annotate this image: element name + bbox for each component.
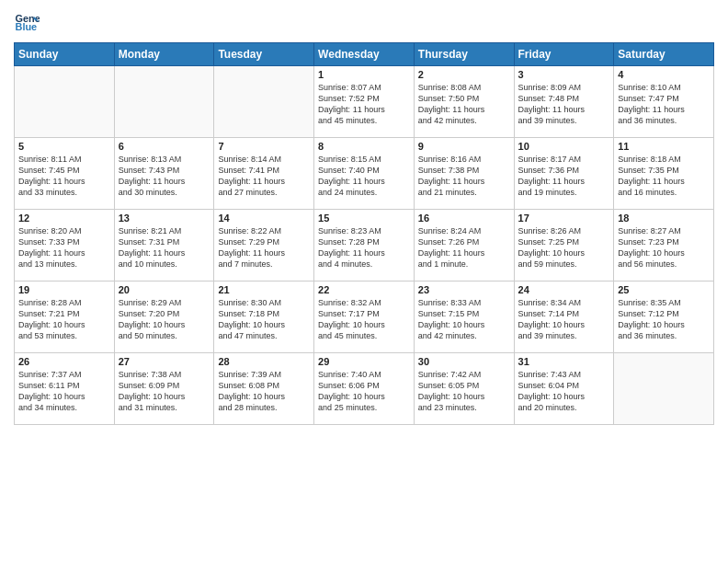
day-info: Sunrise: 8:22 AM Sunset: 7:29 PM Dayligh… bbox=[218, 225, 310, 270]
day-info: Sunrise: 8:07 AM Sunset: 7:52 PM Dayligh… bbox=[318, 82, 410, 127]
day-info: Sunrise: 8:10 AM Sunset: 7:47 PM Dayligh… bbox=[618, 82, 710, 127]
calendar-cell: 9Sunrise: 8:16 AM Sunset: 7:38 PM Daylig… bbox=[414, 138, 514, 210]
day-info: Sunrise: 7:40 AM Sunset: 6:06 PM Dayligh… bbox=[318, 369, 410, 414]
day-info: Sunrise: 8:29 AM Sunset: 7:20 PM Dayligh… bbox=[119, 297, 210, 342]
day-info: Sunrise: 8:15 AM Sunset: 7:40 PM Dayligh… bbox=[318, 154, 410, 199]
calendar-cell bbox=[15, 66, 115, 138]
day-number: 16 bbox=[418, 213, 510, 224]
day-number: 30 bbox=[418, 356, 510, 367]
day-info: Sunrise: 8:33 AM Sunset: 7:15 PM Dayligh… bbox=[418, 297, 510, 342]
calendar-cell: 22Sunrise: 8:32 AM Sunset: 7:17 PM Dayli… bbox=[314, 282, 415, 353]
day-info: Sunrise: 7:43 AM Sunset: 6:04 PM Dayligh… bbox=[518, 369, 610, 414]
calendar-cell bbox=[614, 353, 714, 425]
calendar-cell: 18Sunrise: 8:27 AM Sunset: 7:23 PM Dayli… bbox=[614, 210, 714, 282]
calendar-cell: 30Sunrise: 7:42 AM Sunset: 6:05 PM Dayli… bbox=[414, 353, 514, 425]
day-number: 26 bbox=[18, 356, 110, 367]
day-number: 3 bbox=[518, 69, 610, 80]
day-info: Sunrise: 8:26 AM Sunset: 7:25 PM Dayligh… bbox=[518, 225, 610, 270]
day-number: 20 bbox=[119, 284, 210, 295]
calendar-cell: 26Sunrise: 7:37 AM Sunset: 6:11 PM Dayli… bbox=[15, 353, 115, 425]
calendar-week-row: 12Sunrise: 8:20 AM Sunset: 7:33 PM Dayli… bbox=[15, 210, 714, 282]
calendar-week-row: 1Sunrise: 8:07 AM Sunset: 7:52 PM Daylig… bbox=[15, 66, 714, 138]
day-info: Sunrise: 8:09 AM Sunset: 7:48 PM Dayligh… bbox=[518, 82, 610, 127]
calendar-cell: 13Sunrise: 8:21 AM Sunset: 7:31 PM Dayli… bbox=[114, 210, 214, 282]
day-number: 28 bbox=[218, 356, 310, 367]
day-info: Sunrise: 7:42 AM Sunset: 6:05 PM Dayligh… bbox=[418, 369, 510, 414]
calendar-cell: 11Sunrise: 8:18 AM Sunset: 7:35 PM Dayli… bbox=[614, 138, 714, 210]
day-info: Sunrise: 8:14 AM Sunset: 7:41 PM Dayligh… bbox=[218, 154, 310, 199]
day-number: 31 bbox=[518, 356, 610, 367]
weekday-header: Monday bbox=[114, 43, 214, 66]
day-info: Sunrise: 8:17 AM Sunset: 7:36 PM Dayligh… bbox=[518, 154, 610, 199]
logo: General Blue bbox=[14, 9, 43, 35]
weekday-header: Saturday bbox=[614, 43, 714, 66]
calendar-cell: 17Sunrise: 8:26 AM Sunset: 7:25 PM Dayli… bbox=[514, 210, 614, 282]
day-number: 14 bbox=[218, 213, 310, 224]
day-number: 6 bbox=[119, 141, 210, 152]
day-number: 2 bbox=[418, 69, 510, 80]
calendar-cell: 28Sunrise: 7:39 AM Sunset: 6:08 PM Dayli… bbox=[214, 353, 314, 425]
weekday-header: Sunday bbox=[15, 43, 115, 66]
calendar-cell: 23Sunrise: 8:33 AM Sunset: 7:15 PM Dayli… bbox=[414, 282, 514, 353]
calendar-cell: 12Sunrise: 8:20 AM Sunset: 7:33 PM Dayli… bbox=[15, 210, 115, 282]
calendar-cell: 27Sunrise: 7:38 AM Sunset: 6:09 PM Dayli… bbox=[114, 353, 214, 425]
calendar-cell bbox=[114, 66, 214, 138]
calendar-cell: 5Sunrise: 8:11 AM Sunset: 7:45 PM Daylig… bbox=[15, 138, 115, 210]
day-number: 9 bbox=[418, 141, 510, 152]
day-info: Sunrise: 7:38 AM Sunset: 6:09 PM Dayligh… bbox=[119, 369, 210, 414]
day-number: 23 bbox=[418, 284, 510, 295]
calendar-cell: 19Sunrise: 8:28 AM Sunset: 7:21 PM Dayli… bbox=[15, 282, 115, 353]
day-number: 11 bbox=[618, 141, 710, 152]
calendar-week-row: 26Sunrise: 7:37 AM Sunset: 6:11 PM Dayli… bbox=[15, 353, 714, 425]
calendar-cell: 25Sunrise: 8:35 AM Sunset: 7:12 PM Dayli… bbox=[614, 282, 714, 353]
day-info: Sunrise: 8:08 AM Sunset: 7:50 PM Dayligh… bbox=[418, 82, 510, 127]
day-number: 7 bbox=[218, 141, 310, 152]
day-number: 19 bbox=[18, 284, 110, 295]
calendar-cell: 2Sunrise: 8:08 AM Sunset: 7:50 PM Daylig… bbox=[414, 66, 514, 138]
calendar-cell: 4Sunrise: 8:10 AM Sunset: 7:47 PM Daylig… bbox=[614, 66, 714, 138]
calendar-cell bbox=[214, 66, 314, 138]
calendar-cell: 16Sunrise: 8:24 AM Sunset: 7:26 PM Dayli… bbox=[414, 210, 514, 282]
day-number: 1 bbox=[318, 69, 410, 80]
day-info: Sunrise: 8:28 AM Sunset: 7:21 PM Dayligh… bbox=[18, 297, 110, 342]
day-info: Sunrise: 8:20 AM Sunset: 7:33 PM Dayligh… bbox=[18, 225, 110, 270]
calendar-header-row: SundayMondayTuesdayWednesdayThursdayFrid… bbox=[15, 43, 714, 66]
day-info: Sunrise: 8:32 AM Sunset: 7:17 PM Dayligh… bbox=[318, 297, 410, 342]
weekday-header: Thursday bbox=[414, 43, 514, 66]
day-info: Sunrise: 8:16 AM Sunset: 7:38 PM Dayligh… bbox=[418, 154, 510, 199]
day-number: 17 bbox=[518, 213, 610, 224]
calendar-cell: 24Sunrise: 8:34 AM Sunset: 7:14 PM Dayli… bbox=[514, 282, 614, 353]
day-info: Sunrise: 8:30 AM Sunset: 7:18 PM Dayligh… bbox=[218, 297, 310, 342]
calendar-cell: 20Sunrise: 8:29 AM Sunset: 7:20 PM Dayli… bbox=[114, 282, 214, 353]
day-number: 18 bbox=[618, 213, 710, 224]
calendar-cell: 6Sunrise: 8:13 AM Sunset: 7:43 PM Daylig… bbox=[114, 138, 214, 210]
calendar-cell: 21Sunrise: 8:30 AM Sunset: 7:18 PM Dayli… bbox=[214, 282, 314, 353]
day-number: 27 bbox=[119, 356, 210, 367]
calendar-cell: 10Sunrise: 8:17 AM Sunset: 7:36 PM Dayli… bbox=[514, 138, 614, 210]
day-number: 29 bbox=[318, 356, 410, 367]
calendar-cell: 8Sunrise: 8:15 AM Sunset: 7:40 PM Daylig… bbox=[314, 138, 415, 210]
calendar-cell: 7Sunrise: 8:14 AM Sunset: 7:41 PM Daylig… bbox=[214, 138, 314, 210]
calendar-cell: 14Sunrise: 8:22 AM Sunset: 7:29 PM Dayli… bbox=[214, 210, 314, 282]
calendar-cell: 31Sunrise: 7:43 AM Sunset: 6:04 PM Dayli… bbox=[514, 353, 614, 425]
day-number: 8 bbox=[318, 141, 410, 152]
day-info: Sunrise: 8:18 AM Sunset: 7:35 PM Dayligh… bbox=[618, 154, 710, 199]
logo-icon: General Blue bbox=[14, 9, 40, 35]
calendar-cell: 15Sunrise: 8:23 AM Sunset: 7:28 PM Dayli… bbox=[314, 210, 415, 282]
svg-text:Blue: Blue bbox=[16, 21, 38, 32]
day-info: Sunrise: 8:34 AM Sunset: 7:14 PM Dayligh… bbox=[518, 297, 610, 342]
day-info: Sunrise: 7:39 AM Sunset: 6:08 PM Dayligh… bbox=[218, 369, 310, 414]
day-info: Sunrise: 7:37 AM Sunset: 6:11 PM Dayligh… bbox=[18, 369, 110, 414]
day-number: 5 bbox=[18, 141, 110, 152]
day-info: Sunrise: 8:23 AM Sunset: 7:28 PM Dayligh… bbox=[318, 225, 410, 270]
day-number: 15 bbox=[318, 213, 410, 224]
calendar: SundayMondayTuesdayWednesdayThursdayFrid… bbox=[14, 42, 714, 425]
day-number: 25 bbox=[618, 284, 710, 295]
day-info: Sunrise: 8:27 AM Sunset: 7:23 PM Dayligh… bbox=[618, 225, 710, 270]
day-info: Sunrise: 8:11 AM Sunset: 7:45 PM Dayligh… bbox=[18, 154, 110, 199]
day-info: Sunrise: 8:21 AM Sunset: 7:31 PM Dayligh… bbox=[119, 225, 210, 270]
weekday-header: Tuesday bbox=[214, 43, 314, 66]
day-number: 10 bbox=[518, 141, 610, 152]
calendar-week-row: 19Sunrise: 8:28 AM Sunset: 7:21 PM Dayli… bbox=[15, 282, 714, 353]
day-number: 24 bbox=[518, 284, 610, 295]
